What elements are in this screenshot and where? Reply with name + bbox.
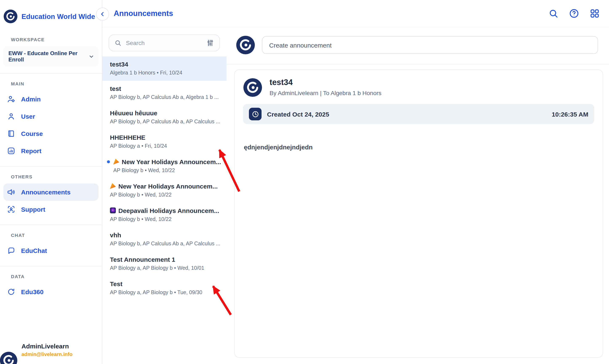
report-icon	[7, 146, 15, 155]
sidebar-item-course[interactable]: Course	[3, 125, 98, 142]
sidebar-item-user[interactable]: User	[3, 108, 98, 125]
section-label-data: DATA	[11, 274, 102, 279]
announcement-item-subtitle: AP Biology b • Wed, 10/22	[110, 216, 221, 222]
announcement-list-item[interactable]: New Year Holidays Announcem... AP Biolog…	[102, 154, 227, 178]
announcement-list-item[interactable]: Deepavali Holidays Announcem... AP Biolo…	[102, 203, 227, 227]
announcement-item-subtitle: AP Biology b, AP Calculus Ab a, AP Calcu…	[110, 241, 221, 247]
announcement-list-item[interactable]: Test AP Biology a, AP Biology b • Tue, 0…	[102, 276, 227, 300]
divider	[227, 64, 609, 64]
party-popper-icon	[113, 159, 119, 165]
clock-icon	[251, 110, 259, 118]
search-icon	[548, 8, 559, 19]
announcement-detail-card: test34 By AdminLivelearn | To Algebra 1 …	[234, 69, 603, 358]
announcement-item-subtitle: AP Biology b • Wed, 10/22	[110, 192, 221, 198]
announcement-list: test34 Algebra 1 b Honors • Fri, 10/24 t…	[102, 56, 227, 300]
divider	[0, 73, 102, 74]
apps-grid-button[interactable]	[589, 8, 601, 19]
sidebar-user-footer[interactable]: AdminLivelearn admin@livelearn.info	[0, 338, 102, 364]
workspace-label: WORKSPACE	[11, 37, 102, 42]
section-label-others: OTHERS	[11, 174, 102, 179]
app-window: Education World Wide WORKSPACE EWW - Edu…	[0, 0, 609, 364]
announcement-item-title: Test Announcement 1	[110, 256, 221, 263]
announcement-item-subtitle: AP Biology b, AP Calculus Ab a, Algebra …	[110, 94, 221, 100]
main-content: test34 By AdminLivelearn | To Algebra 1 …	[227, 27, 609, 364]
sidebar-item-label: Course	[21, 130, 43, 137]
announcement-detail-title: test34	[270, 78, 381, 87]
support-icon	[7, 205, 15, 214]
announcement-list-item[interactable]: Test Announcement 1 AP Biology a, AP Bio…	[102, 252, 227, 276]
announcement-item-title: Deepavali Holidays Announcem...	[110, 207, 221, 214]
create-announcement-input[interactable]	[262, 36, 598, 54]
announcement-item-title: New Year Holidays Announcem...	[107, 158, 221, 165]
topbar: Announcements	[102, 0, 609, 27]
announcement-list-item[interactable]: test34 Algebra 1 b Honors • Fri, 10/24	[102, 56, 227, 81]
list-search	[109, 35, 220, 51]
avatar	[236, 35, 255, 55]
sidebar-item-edu360[interactable]: Edu360	[3, 283, 98, 300]
avatar	[243, 78, 262, 97]
course-icon	[7, 129, 15, 138]
divider	[0, 225, 102, 225]
announcement-list-item[interactable]: test AP Biology b, AP Calculus Ab a, Alg…	[102, 81, 227, 105]
sidebar-item-admin[interactable]: Admin	[3, 91, 98, 108]
search-icon	[114, 39, 122, 47]
announcement-byline: By AdminLivelearn | To Algebra 1 b Honor…	[270, 90, 381, 96]
announcement-item-subtitle: AP Biology a • Fri, 10/24	[110, 143, 221, 149]
chevron-down-icon	[88, 53, 94, 60]
user-avatar	[0, 351, 18, 364]
announcement-item-title: Test	[110, 280, 221, 287]
announcement-list-item[interactable]: New Year Holidays Announcem... AP Biolog…	[102, 178, 227, 203]
announcement-list-item[interactable]: HHEHHEHE AP Biology a • Fri, 10/24	[102, 130, 227, 154]
brand: Education World Wide	[0, 0, 102, 28]
user-name: AdminLivelearn	[22, 343, 98, 350]
created-time: 10:26:35 AM	[552, 110, 588, 118]
divider	[0, 166, 102, 167]
sidebar-item-support[interactable]: Support	[3, 201, 98, 218]
sidebar-item-label: Announcements	[21, 189, 70, 196]
sidebar-item-label: Admin	[21, 95, 41, 103]
admin-icon	[7, 95, 15, 104]
sidebar: Education World Wide WORKSPACE EWW - Edu…	[0, 0, 102, 364]
help-icon	[568, 8, 580, 19]
announcement-list-item[interactable]: vhh AP Biology b, AP Calculus Ab a, AP C…	[102, 227, 227, 252]
page-title: Announcements	[114, 9, 173, 18]
brand-name: Education World Wide	[22, 13, 95, 20]
fireworks-icon	[110, 208, 116, 213]
workspace-selector[interactable]: EWW - Educate Online Per Enroll	[3, 46, 98, 66]
announcement-item-title: New Year Holidays Announcem...	[110, 183, 221, 190]
user-email: admin@livelearn.info	[22, 351, 98, 357]
workspace-value: EWW - Educate Online Per Enroll	[8, 50, 88, 63]
sidebar-collapse-button[interactable]	[96, 8, 109, 21]
unread-dot	[107, 160, 110, 163]
section-label-chat: CHAT	[11, 233, 102, 238]
section-label-main: MAIN	[11, 81, 102, 86]
announcement-list-item[interactable]: Hêuueu hêuuue AP Biology b, AP Calculus …	[102, 105, 227, 130]
filter-sliders-icon[interactable]	[206, 39, 214, 47]
sidebar-item-educhat[interactable]: EduChat	[3, 242, 98, 259]
announcements-list-panel: test34 Algebra 1 b Honors • Fri, 10/24 t…	[102, 27, 227, 364]
megaphone-icon	[7, 188, 15, 196]
announcement-item-title: Hêuueu hêuuue	[110, 109, 221, 117]
announcement-item-title: test	[110, 85, 221, 92]
brand-logo-icon	[3, 9, 18, 24]
search-button[interactable]	[547, 8, 559, 19]
chat-bubble-icon	[7, 246, 15, 255]
announcement-item-subtitle: AP Biology b, AP Calculus Ab a, AP Calcu…	[110, 119, 221, 125]
party-popper-icon	[110, 183, 116, 189]
sidebar-item-label: Report	[21, 147, 41, 155]
announcement-item-subtitle: Algebra 1 b Honors • Fri, 10/24	[110, 70, 221, 76]
announcement-body: ędnjendjenjdnejndjedn	[243, 143, 594, 151]
divider	[0, 266, 102, 266]
sidebar-item-label: EduChat	[21, 247, 47, 254]
announcement-item-title: HHEHHEHE	[110, 134, 221, 141]
search-input[interactable]	[125, 39, 203, 47]
help-button[interactable]	[568, 8, 580, 19]
edu360-icon	[7, 287, 15, 296]
create-announcement-row	[227, 27, 609, 55]
sidebar-item-label: Support	[21, 206, 45, 213]
sidebar-item-label: Edu360	[21, 288, 44, 295]
created-date: Created Oct 24, 2025	[267, 110, 329, 118]
sidebar-item-label: User	[21, 113, 35, 120]
sidebar-item-report[interactable]: Report	[3, 142, 98, 159]
sidebar-item-announcements[interactable]: Announcements	[3, 183, 98, 201]
